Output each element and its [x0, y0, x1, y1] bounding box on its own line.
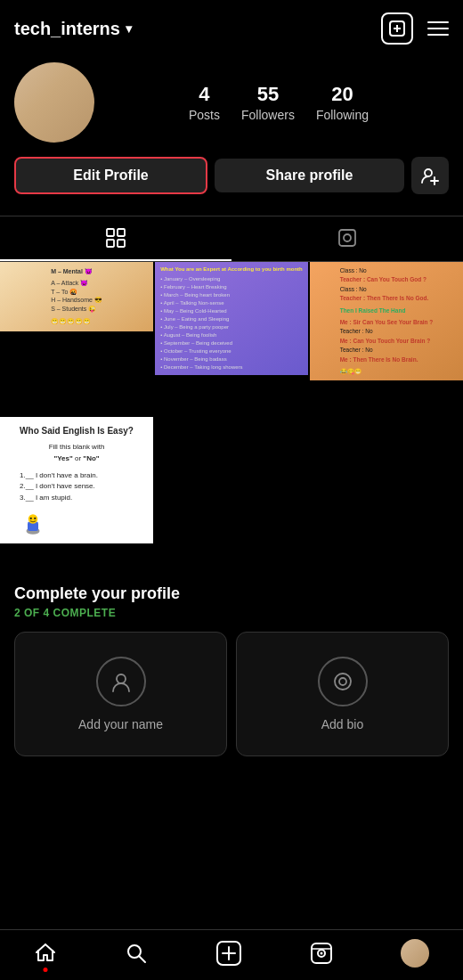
svg-point-19	[339, 678, 346, 685]
menu-button[interactable]	[427, 21, 449, 36]
svg-rect-6	[107, 229, 114, 236]
svg-point-3	[425, 169, 432, 176]
stat-posts[interactable]: 4 Posts	[189, 83, 220, 122]
svg-point-15	[30, 518, 32, 519]
followers-count: 55	[257, 83, 279, 106]
username-row[interactable]: tech_interns ▾	[14, 19, 132, 39]
post-grid: M – Mental 😈 A – Attack 😈 T – To 🤬 H – H…	[0, 262, 463, 570]
svg-point-27	[321, 952, 323, 955]
svg-rect-9	[118, 240, 125, 247]
chevron-down-icon: ▾	[126, 21, 132, 36]
svg-rect-8	[107, 240, 114, 247]
add-name-icon	[96, 657, 146, 706]
following-label: Following	[316, 108, 369, 122]
svg-rect-10	[339, 230, 355, 246]
new-post-button[interactable]	[381, 12, 413, 45]
stat-followers[interactable]: 55 Followers	[241, 83, 295, 122]
username-label: tech_interns	[14, 19, 120, 39]
grid-cell-4[interactable]: Who Said English Is Easy? Fill this blan…	[0, 417, 153, 570]
bottom-avatar	[401, 939, 429, 968]
complete-card-bio[interactable]: Add bio	[236, 632, 449, 756]
posts-label: Posts	[189, 108, 220, 122]
complete-profile-section: Complete your profile 2 OF 4 COMPLETE Ad…	[0, 570, 463, 771]
tab-bar	[0, 216, 463, 262]
share-profile-button[interactable]: Share profile	[215, 159, 404, 192]
svg-line-21	[139, 956, 145, 962]
followers-label: Followers	[241, 108, 295, 122]
svg-point-17	[117, 674, 126, 683]
top-nav: tech_interns ▾	[0, 0, 463, 53]
complete-title: Complete your profile	[14, 584, 449, 603]
complete-card-name[interactable]: Add your name	[14, 632, 227, 756]
nav-reels-button[interactable]	[310, 942, 333, 965]
edit-profile-button[interactable]: Edit Profile	[14, 157, 207, 194]
nav-add-button[interactable]	[215, 940, 242, 967]
posts-count: 4	[199, 83, 209, 106]
profile-buttons: Edit Profile Share profile	[14, 157, 449, 194]
add-bio-icon	[318, 657, 368, 706]
bottom-nav	[0, 929, 463, 980]
add-bio-label: Add bio	[321, 717, 363, 731]
tab-tagged[interactable]	[232, 216, 463, 261]
nav-search-button[interactable]	[125, 942, 148, 965]
grid-cell-2[interactable]: What You are an Expert at According to y…	[155, 262, 308, 415]
grid-cell-1[interactable]: M – Mental 😈 A – Attack 😈 T – To 🤬 H – H…	[0, 262, 153, 415]
nav-icons	[381, 12, 449, 45]
home-dot-indicator	[44, 968, 48, 972]
profile-top: 4 Posts 55 Followers 20 Following	[14, 62, 449, 143]
stats-row: 4 Posts 55 Followers 20 Following	[109, 83, 449, 122]
avatar[interactable]	[14, 62, 94, 143]
following-count: 20	[331, 83, 353, 106]
add-name-label: Add your name	[78, 717, 163, 731]
tab-grid[interactable]	[0, 216, 232, 261]
svg-point-18	[335, 674, 351, 690]
profile-section: 4 Posts 55 Followers 20 Following Edit P…	[0, 53, 463, 208]
grid-cell-3[interactable]: Class : No Teacher : Can You Touch God ?…	[310, 262, 463, 415]
complete-cards: Add your name Add bio	[14, 632, 449, 756]
add-user-button[interactable]	[411, 157, 449, 194]
complete-subtitle: 2 OF 4 COMPLETE	[14, 607, 449, 619]
stat-following[interactable]: 20 Following	[316, 83, 369, 122]
svg-point-16	[34, 518, 36, 519]
nav-home-button[interactable]	[34, 942, 57, 965]
svg-point-11	[344, 234, 351, 241]
nav-profile-button[interactable]	[401, 939, 429, 968]
svg-rect-7	[118, 229, 125, 236]
